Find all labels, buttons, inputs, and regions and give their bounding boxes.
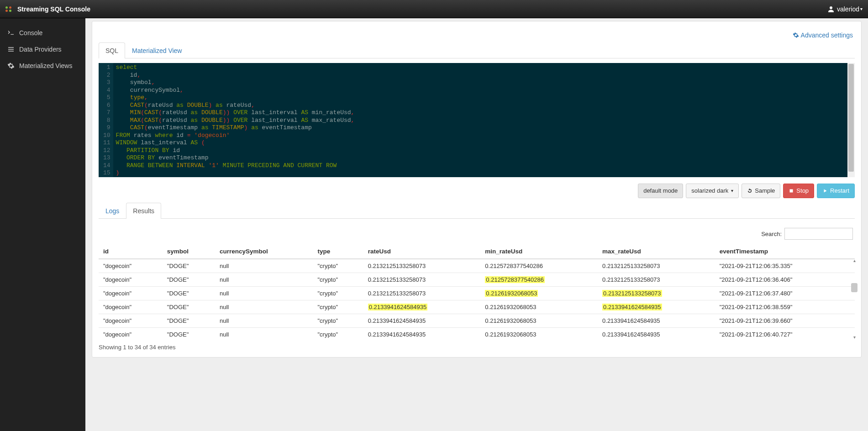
column-header[interactable]: type <box>313 244 363 259</box>
sidebar-item-label: Data Providers <box>19 46 62 53</box>
sidebar-item-data-providers[interactable]: Data Providers <box>0 41 85 58</box>
table-cell: null <box>215 300 313 314</box>
table-cell: "2021-09-21T12:06:38.559" <box>715 300 855 314</box>
mode-dropdown[interactable]: default mode <box>638 184 683 198</box>
table-cell: "crypto" <box>313 287 363 300</box>
table-cell: 0.2133941624584935 <box>363 328 481 342</box>
terminal-icon <box>7 29 15 37</box>
editor-tabs: SQL Materialized View <box>99 42 855 58</box>
caret-down-icon: ▾ <box>860 6 863 11</box>
column-header[interactable]: symbol <box>163 244 215 259</box>
table-cell: "DOGE" <box>163 273 215 287</box>
table-row: "dogecoin""DOGE"null"crypto"0.2132125133… <box>99 273 855 287</box>
results-table-wrap: idsymbolcurrencySymboltyperateUsdmin_rat… <box>99 244 855 341</box>
table-cell: 0.2133941624584935 <box>598 300 715 314</box>
svg-rect-1 <box>790 189 793 193</box>
restart-button[interactable]: Restart <box>817 184 855 198</box>
advanced-settings-label: Advanced settings <box>801 32 853 39</box>
column-header[interactable]: min_rateUsd <box>480 244 598 259</box>
svg-point-0 <box>830 6 832 9</box>
table-header-row: idsymbolcurrencySymboltyperateUsdmin_rat… <box>99 244 855 259</box>
table-cell: null <box>215 259 313 273</box>
column-header[interactable]: currencySymbol <box>215 244 313 259</box>
button-label: default mode <box>643 187 678 195</box>
table-cell: "dogecoin" <box>99 287 163 300</box>
search-row: Search: <box>99 223 855 244</box>
table-cell: "crypto" <box>313 328 363 342</box>
table-cell: 0.2132125133258073 <box>363 287 481 300</box>
user-icon <box>827 5 835 13</box>
table-cell: "dogecoin" <box>99 328 163 342</box>
column-header[interactable]: eventTimestamp <box>715 244 855 259</box>
sidebar-item-materialized-views[interactable]: Materialized Views <box>0 58 85 74</box>
button-label: solarized dark <box>691 187 728 195</box>
tab-materialized-view[interactable]: Materialized View <box>125 42 189 58</box>
column-header[interactable]: rateUsd <box>363 244 481 259</box>
scrollbar-arrow-down-icon[interactable]: ▾ <box>851 335 857 341</box>
editor-scrollbar[interactable] <box>847 63 855 177</box>
table-row: "dogecoin""DOGE"null"crypto"0.2132125133… <box>99 259 855 273</box>
play-icon <box>822 188 828 194</box>
user-menu[interactable]: valeriod ▾ <box>827 5 863 13</box>
sql-editor[interactable]: 123456789101112131415 select id, symbol,… <box>99 63 855 177</box>
table-cell: "DOGE" <box>163 300 215 314</box>
button-label: Restart <box>830 187 849 195</box>
scrollbar-arrow-up-icon[interactable]: ▴ <box>851 258 857 264</box>
table-cell: "crypto" <box>313 259 363 273</box>
table-cell: 0.2132125133258073 <box>363 259 481 273</box>
table-row: "dogecoin""DOGE"null"crypto"0.2133941624… <box>99 300 855 314</box>
table-cell: null <box>215 287 313 300</box>
table-cell: "crypto" <box>313 273 363 287</box>
button-label: Stop <box>796 187 809 195</box>
advanced-settings-link[interactable]: Advanced settings <box>793 32 853 39</box>
table-body: "dogecoin""DOGE"null"crypto"0.2132125133… <box>99 259 855 341</box>
main-area: Advanced settings SQL Materialized View … <box>85 18 868 431</box>
table-row: "dogecoin""DOGE"null"crypto"0.2133941624… <box>99 314 855 328</box>
column-header[interactable]: max_rateUsd <box>598 244 715 259</box>
stop-icon <box>789 188 794 194</box>
table-cell: 0.2132125133258073 <box>598 259 715 273</box>
table-cell: "dogecoin" <box>99 300 163 314</box>
tab-sql[interactable]: SQL <box>99 42 125 58</box>
sidebar-item-console[interactable]: Console <box>0 25 85 41</box>
sample-button[interactable]: Sample <box>742 184 780 198</box>
scrollbar-thumb[interactable] <box>848 64 854 172</box>
table-cell: "dogecoin" <box>99 314 163 328</box>
result-tabs: Logs Results <box>99 203 855 219</box>
column-header[interactable]: id <box>99 244 163 259</box>
scrollbar-thumb[interactable] <box>851 283 857 292</box>
theme-dropdown[interactable]: solarized dark▾ <box>686 184 739 198</box>
stop-button[interactable]: Stop <box>783 184 814 198</box>
table-cell: "dogecoin" <box>99 259 163 273</box>
console-panel: Advanced settings SQL Materialized View … <box>92 21 862 357</box>
table-cell: "2021-09-21T12:06:35.335" <box>715 259 855 273</box>
tab-label: Logs <box>105 207 119 215</box>
app-logo-icon <box>5 6 13 12</box>
app-title: Streaming SQL Console <box>17 5 90 13</box>
table-cell: 0.2133941624584935 <box>363 300 481 314</box>
table-cell: "DOGE" <box>163 328 215 342</box>
table-cell: "crypto" <box>313 300 363 314</box>
tab-results[interactable]: Results <box>126 203 161 219</box>
table-cell: 0.2132125133258073 <box>363 273 481 287</box>
table-cell: 0.21261932068053 <box>480 314 598 328</box>
table-cell: "2021-09-21T12:06:40.727" <box>715 328 855 342</box>
table-cell: null <box>215 314 313 328</box>
table-cell: 0.2133941624584935 <box>598 314 715 328</box>
button-label: Sample <box>755 187 775 195</box>
table-cell: 0.21261932068053 <box>480 328 598 342</box>
gear-icon <box>793 32 799 38</box>
table-cell: 0.21261932068053 <box>480 300 598 314</box>
tab-logs[interactable]: Logs <box>99 203 126 219</box>
table-row: "dogecoin""DOGE"null"crypto"0.2132125133… <box>99 287 855 300</box>
editor-code[interactable]: select id, symbol, currencySymbol, type,… <box>113 63 847 177</box>
search-input[interactable] <box>784 228 853 240</box>
tab-label: SQL <box>105 47 118 54</box>
tab-label: Results <box>133 207 154 215</box>
table-cell: 0.2125728377540286 <box>480 259 598 273</box>
table-scrollbar[interactable]: ▴ ▾ <box>850 258 857 341</box>
table-footer-info: Showing 1 to 34 of 34 entries <box>99 341 855 351</box>
table-cell: 0.2132125133258073 <box>598 287 715 300</box>
table-cell: 0.2132125133258073 <box>598 273 715 287</box>
sidebar: Console Data Providers Materialized View… <box>0 18 85 431</box>
